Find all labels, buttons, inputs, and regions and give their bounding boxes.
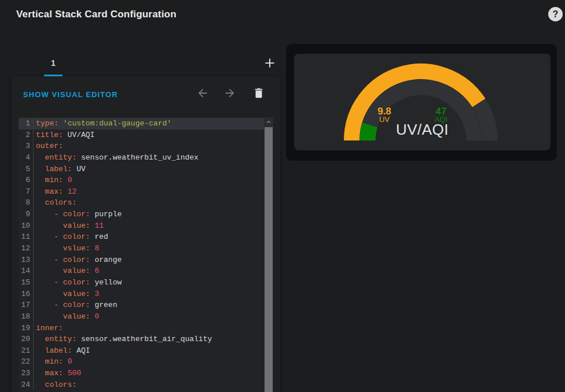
editor-scrollbar[interactable] — [264, 117, 273, 392]
scrollbar-thumb[interactable] — [265, 127, 273, 392]
yaml-code-editor[interactable]: 1type: 'custom:dual-gauge-card'2title: U… — [19, 117, 273, 392]
code-line[interactable]: 10 value: 11 — [19, 220, 264, 232]
code-line-text: colors: — [34, 379, 76, 391]
help-icon: ? — [553, 9, 559, 19]
line-number: 7 — [19, 186, 34, 198]
code-line[interactable]: 24 colors: — [19, 379, 264, 391]
code-line[interactable]: 9 - color: purple — [19, 209, 264, 220]
line-number: 3 — [19, 140, 34, 152]
code-line-text: title: UV/AQI — [34, 130, 94, 141]
code-line-text: max: 500 — [34, 368, 81, 379]
line-number: 12 — [19, 243, 34, 254]
tab-label: 1 — [37, 54, 69, 68]
plus-icon — [262, 56, 277, 71]
code-line-text: min: 0 — [34, 175, 72, 186]
code-lines: 1type: 'custom:dual-gauge-card'2title: U… — [19, 118, 264, 390]
line-number: 1 — [19, 118, 34, 130]
code-line-text: - color: yellow — [34, 277, 122, 289]
code-line[interactable]: 12 vslue: 8 — [19, 243, 264, 254]
line-number: 5 — [19, 164, 34, 175]
tab-card-1[interactable]: 1 — [37, 54, 69, 76]
code-line-text: - color: orange — [34, 254, 122, 266]
line-number: 21 — [19, 345, 34, 357]
line-number: 20 — [19, 334, 34, 345]
move-card-back-button[interactable] — [196, 87, 210, 101]
arrow-left-icon — [196, 87, 209, 99]
code-line-text: max: 12 — [34, 186, 76, 198]
code-line-text: label: UV — [34, 164, 86, 175]
code-line[interactable]: 19inner: — [19, 323, 264, 334]
line-number: 24 — [19, 379, 34, 391]
code-line-text: value: 3 — [34, 289, 99, 300]
code-line[interactable]: 6 min: 0 — [19, 175, 264, 186]
line-number: 22 — [19, 356, 34, 368]
line-number: 10 — [19, 220, 34, 232]
code-line-text: - color: green — [34, 299, 117, 311]
code-line[interactable]: 7 max: 12 — [19, 186, 264, 198]
code-line[interactable]: 17 - color: green — [19, 299, 264, 311]
line-number: 14 — [19, 265, 34, 277]
trash-icon — [252, 87, 265, 99]
code-line[interactable]: 5 label: UV — [19, 164, 264, 175]
code-line[interactable]: 8 colors: — [19, 197, 264, 209]
code-line-text: type: 'custom:dual-gauge-card' — [34, 118, 171, 130]
code-line-text: value: 6 — [34, 265, 99, 277]
code-line-text: vslue: 8 — [34, 243, 99, 254]
add-card-button[interactable] — [262, 56, 278, 71]
line-number: 17 — [19, 299, 34, 311]
line-number: 11 — [19, 231, 34, 243]
code-line-text: outer: — [34, 140, 63, 152]
code-line[interactable]: 21 label: AQI — [19, 345, 264, 357]
code-line[interactable]: 13 - color: orange — [19, 254, 264, 266]
line-number: 13 — [19, 254, 34, 266]
code-line[interactable]: 18 value: 0 — [19, 311, 264, 323]
card-preview: 9.8 UV 47 AQI UV/AQI — [286, 44, 557, 161]
code-line-text: entity: sensor.weatherbit_uv_index — [34, 152, 199, 164]
code-line[interactable]: 4 entity: sensor.weatherbit_uv_index — [19, 152, 264, 164]
line-number: 18 — [19, 311, 34, 323]
code-line[interactable]: 15 - color: yellow — [19, 277, 264, 289]
line-number: 4 — [19, 152, 34, 164]
scrollbar-up-button[interactable] — [264, 117, 273, 127]
line-number: 19 — [19, 323, 34, 334]
line-number: 9 — [19, 209, 34, 220]
code-line-text: inner: — [34, 323, 63, 334]
code-line-text: colors: — [34, 197, 76, 209]
code-line[interactable]: 1type: 'custom:dual-gauge-card' — [19, 118, 264, 130]
dual-gauge-card: 9.8 UV 47 AQI UV/AQI — [294, 54, 551, 150]
code-line-text: value: 11 — [34, 220, 104, 232]
gauge-card-title: UV/AQI — [294, 121, 551, 139]
code-line[interactable]: 22 min: 0 — [19, 356, 264, 368]
editor-header: SHOW VISUAL EDITOR — [12, 76, 280, 110]
chevron-up-icon — [265, 118, 273, 126]
code-line[interactable]: 20 entity: sensor.weatherbit_air_quality — [19, 334, 264, 345]
code-line-text: min: 0 — [34, 356, 72, 368]
code-line-text: label: AQI — [34, 345, 90, 357]
code-line-text: - color: red — [34, 231, 108, 243]
code-line[interactable]: 16 value: 3 — [19, 289, 264, 300]
line-number: 8 — [19, 197, 34, 209]
line-number: 23 — [19, 368, 34, 379]
code-line[interactable]: 3outer: — [19, 140, 264, 152]
line-number: 15 — [19, 277, 34, 289]
card-editor-panel: SHOW VISUAL EDITOR 1type: 'custom:dual-g… — [12, 76, 280, 392]
code-line-text: - color: purple — [34, 209, 122, 220]
code-line[interactable]: 14 value: 6 — [19, 265, 264, 277]
card-configuration-dialog: { "window": { "title": "Vertical Stack C… — [0, 0, 565, 392]
code-line-text: entity: sensor.weatherbit_air_quality — [34, 334, 212, 345]
delete-card-button[interactable] — [252, 87, 266, 101]
dialog-title: Vertical Stack Card Configuration — [16, 9, 177, 20]
show-visual-editor-link[interactable]: SHOW VISUAL EDITOR — [23, 90, 118, 99]
line-number: 2 — [19, 130, 34, 141]
line-number: 16 — [19, 289, 34, 300]
code-line[interactable]: 2title: UV/AQI — [19, 130, 264, 141]
code-line[interactable]: 11 - color: red — [19, 231, 264, 243]
code-line-text: value: 0 — [34, 311, 99, 323]
move-card-forward-button[interactable] — [223, 87, 237, 101]
arrow-right-icon — [223, 87, 236, 99]
code-line[interactable]: 23 max: 500 — [19, 368, 264, 379]
line-number: 6 — [19, 175, 34, 186]
help-button[interactable]: ? — [548, 7, 563, 21]
